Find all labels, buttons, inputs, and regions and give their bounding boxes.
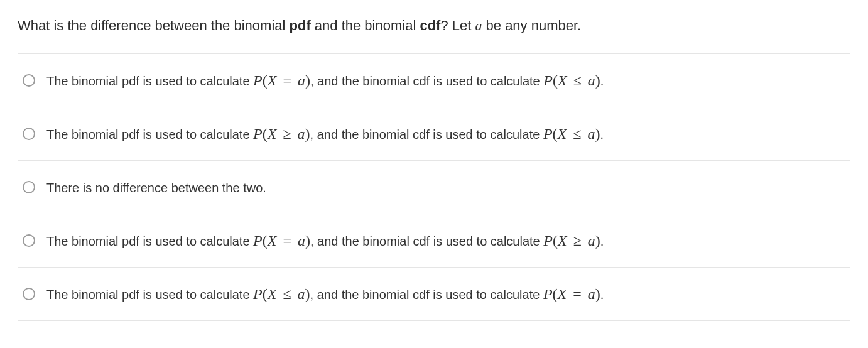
- radio-icon: [23, 288, 35, 300]
- option-label: There is no difference between the two.: [46, 176, 266, 198]
- question-text: What is the difference between the binom…: [18, 15, 850, 36]
- option-label: The binomial pdf is used to calculate P(…: [46, 229, 604, 252]
- option-2[interactable]: The binomial pdf is used to calculate P(…: [18, 107, 850, 161]
- option-5[interactable]: The binomial pdf is used to calculate P(…: [18, 268, 850, 321]
- option-label: The binomial pdf is used to calculate P(…: [46, 122, 604, 145]
- option-4[interactable]: The binomial pdf is used to calculate P(…: [18, 214, 850, 268]
- radio-icon: [23, 74, 35, 87]
- option-label: The binomial pdf is used to calculate P(…: [46, 283, 604, 305]
- radio-icon: [23, 234, 35, 247]
- options-list: The binomial pdf is used to calculate P(…: [18, 53, 850, 321]
- radio-icon: [23, 181, 35, 193]
- radio-icon: [23, 128, 35, 140]
- option-1[interactable]: The binomial pdf is used to calculate P(…: [18, 54, 850, 107]
- option-3[interactable]: There is no difference between the two.: [18, 161, 850, 214]
- option-label: The binomial pdf is used to calculate P(…: [46, 69, 604, 92]
